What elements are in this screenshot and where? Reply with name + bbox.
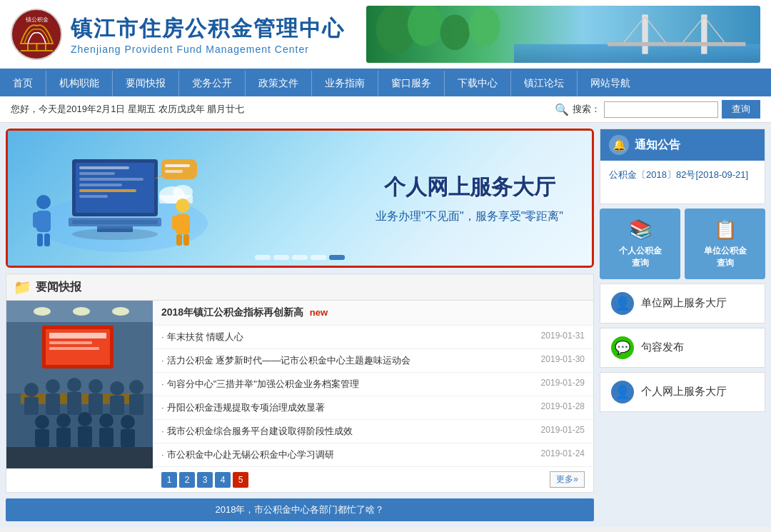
svg-point-83 [121, 415, 135, 429]
svg-point-77 [56, 413, 71, 428]
news-item-6[interactable]: ·市公积金中心赴无锡公积金中心学习调研 2019-01-24 [153, 443, 593, 467]
news-item-3[interactable]: ·句容分中心"三措并举"加强公积金业务档案管理 2019-01-29 [153, 373, 593, 396]
bottom-caption[interactable]: 2018年，市公积金中心各部门都忙了啥？ [6, 498, 594, 521]
unit-query-btn[interactable]: 📋 单位公积金查询 [685, 209, 765, 279]
news-item-title: ·句容分中心"三措并举"加强公积金业务档案管理 [161, 378, 359, 391]
nav-item-forum[interactable]: 镇江论坛 [511, 71, 578, 96]
nav-item-download[interactable]: 下载中心 [445, 71, 511, 96]
news-item-4[interactable]: ·丹阳公积金违规提取专项治理成效显著 2019-01-28 [153, 396, 593, 420]
search-input[interactable] [604, 101, 718, 118]
svg-rect-72 [110, 396, 124, 415]
svg-rect-43 [37, 234, 43, 246]
nav-item-home[interactable]: 首页 [0, 71, 46, 96]
navigation: 首页 机构职能 要闻快报 党务公开 政策文件 业务指南 窗口服务 下载中心 镇江… [0, 71, 771, 96]
news-section: 📁 要闻快报 [6, 273, 594, 493]
news-item-title: ·丹阳公积金违规提取专项治理成效显著 [161, 401, 325, 414]
news-item-title: ·活力公积金 逐梦新时代——记市公积金中心主题趣味运动会 [161, 354, 410, 367]
unit-online-service-btn[interactable]: 👤 单位网上服务大厅 [600, 283, 765, 323]
left-content: 个人网上服务大厅 业务办理"不见面"，服务享受"零距离" � [6, 129, 594, 521]
svg-rect-22 [79, 166, 129, 169]
news-item-2[interactable]: ·活力公积金 逐梦新时代——记市公积金中心主题趣味运动会 2019-01-30 [153, 349, 593, 373]
svg-rect-24 [79, 178, 143, 181]
news-item-1[interactable]: ·年末扶贫 情暖人心 2019-01-31 [153, 326, 593, 349]
page-btn-5[interactable]: 5 [233, 472, 248, 488]
dot-5[interactable] [329, 255, 345, 260]
personal-query-btn[interactable]: 📚 个人公积金查询 [600, 209, 680, 279]
unit-query-icon: 📋 [714, 219, 737, 241]
svg-point-53 [34, 307, 51, 316]
svg-rect-35 [165, 170, 183, 173]
svg-text:镇公积金: 镇公积金 [24, 16, 48, 23]
svg-rect-70 [89, 393, 103, 415]
nav-item-party[interactable]: 党务公开 [179, 71, 246, 96]
main-layout: 个人网上服务大厅 业务办理"不见面"，服务享受"零距离" � [0, 123, 771, 527]
personal-query-label: 个人公积金查询 [619, 245, 662, 269]
dot-1[interactable] [255, 255, 271, 260]
news-body: 2018年镇江公积金指标再创新高 new ·年末扶贫 情暖人心 2019-01-… [6, 301, 593, 492]
news-item-title: ·我市公积金综合服务平台建设取得阶段性成效 [161, 425, 353, 438]
dot-3[interactable] [292, 255, 308, 260]
banner-background: 个人网上服务大厅 业务办理"不见面"，服务享受"零距离" [8, 131, 592, 266]
svg-rect-23 [79, 172, 115, 175]
banner-illustration [22, 138, 222, 263]
news-headline-badge: new [310, 307, 328, 318]
page-btn-1[interactable]: 1 [161, 472, 177, 488]
dot-2[interactable] [273, 255, 289, 260]
svg-rect-85 [6, 447, 153, 468]
svg-rect-47 [172, 216, 178, 230]
banner-subtitle-text: 业务办理"不见面"，服务享受"零距离" [376, 210, 563, 222]
right-sidebar: 🔔 通知公告 公积金〔2018〕82号[2018-09-21] 📚 个人公积金查… [600, 129, 765, 521]
svg-rect-9 [701, 14, 707, 54]
news-footer: 1 2 3 4 5 更多» [153, 467, 593, 492]
unit-service-icon: 👤 [611, 292, 634, 315]
svg-rect-49 [176, 234, 182, 246]
notice-link-1[interactable]: 公积金〔2018〕82号[2018-09-21] [609, 168, 756, 183]
more-button[interactable]: 更多» [550, 471, 585, 488]
svg-point-17 [440, 14, 470, 50]
svg-point-55 [112, 307, 129, 316]
svg-rect-84 [121, 429, 135, 447]
banner-text-area: 个人网上服务大厅 业务办理"不见面"，服务享受"零距离" [376, 173, 563, 224]
dot-4[interactable] [311, 255, 326, 260]
news-item-date: 2019-01-30 [541, 354, 585, 367]
search-icon: 🔍 [555, 103, 569, 116]
svg-rect-50 [183, 234, 189, 246]
page-btn-3[interactable]: 3 [197, 472, 213, 488]
unit-query-label: 单位公积金查询 [704, 245, 747, 269]
news-item-date: 2019-01-31 [541, 331, 585, 343]
svg-rect-48 [184, 216, 190, 230]
notice-header: 🔔 通知公告 [600, 129, 765, 161]
svg-rect-27 [79, 195, 108, 198]
news-item-date: 2019-01-25 [541, 425, 585, 438]
search-label: 搜索： [573, 103, 600, 116]
status-bar: 您好，今天是2019年2月1日 星期五 农历戊戌年 腊月廿七 🔍 搜索： 查询 [0, 96, 771, 123]
nav-item-sitemap[interactable]: 网站导航 [578, 71, 643, 96]
svg-rect-61 [49, 347, 99, 350]
nav-item-policy[interactable]: 政策文件 [246, 71, 312, 96]
banner-container[interactable]: 个人网上服务大厅 业务办理"不见面"，服务享受"零距离" [6, 129, 594, 268]
news-item-5[interactable]: ·我市公积金综合服务平台建设取得阶段性成效 2019-01-25 [153, 420, 593, 443]
nav-item-guide[interactable]: 业务指南 [312, 71, 378, 96]
nav-item-news[interactable]: 要闻快报 [113, 71, 179, 96]
notice-title: 通知公告 [635, 138, 680, 153]
status-greeting: 您好，今天是2019年2月1日 星期五 农历戊戌年 腊月廿七 [11, 103, 244, 116]
notice-icon: 🔔 [609, 135, 629, 155]
page-btn-2[interactable]: 2 [179, 472, 195, 488]
unit-service-label: 单位网上服务大厅 [641, 296, 727, 310]
news-headline-link[interactable]: 2018年镇江公积金指标再创新高 [161, 306, 303, 318]
svg-point-45 [176, 199, 190, 213]
svg-point-75 [35, 415, 49, 429]
folder-icon: 📁 [14, 278, 31, 296]
logo-svg: 镇公积金 [14, 11, 60, 58]
svg-rect-82 [99, 428, 114, 447]
svg-point-31 [72, 229, 158, 240]
page-btn-4[interactable]: 4 [215, 472, 231, 488]
nav-item-institution[interactable]: 机构职能 [46, 71, 113, 96]
header-title-en: Zhenjiang Provident Fund Management Cent… [71, 44, 345, 55]
search-button[interactable]: 查询 [722, 100, 760, 119]
personal-online-service-btn[interactable]: 👤 个人网上服务大厅 [600, 372, 765, 412]
bridge-illustration [366, 6, 760, 63]
notice-box: 🔔 通知公告 公积金〔2018〕82号[2018-09-21] [600, 129, 765, 204]
jurong-release-btn[interactable]: 💬 句容发布 [600, 328, 765, 368]
nav-item-window[interactable]: 窗口服务 [378, 71, 445, 96]
